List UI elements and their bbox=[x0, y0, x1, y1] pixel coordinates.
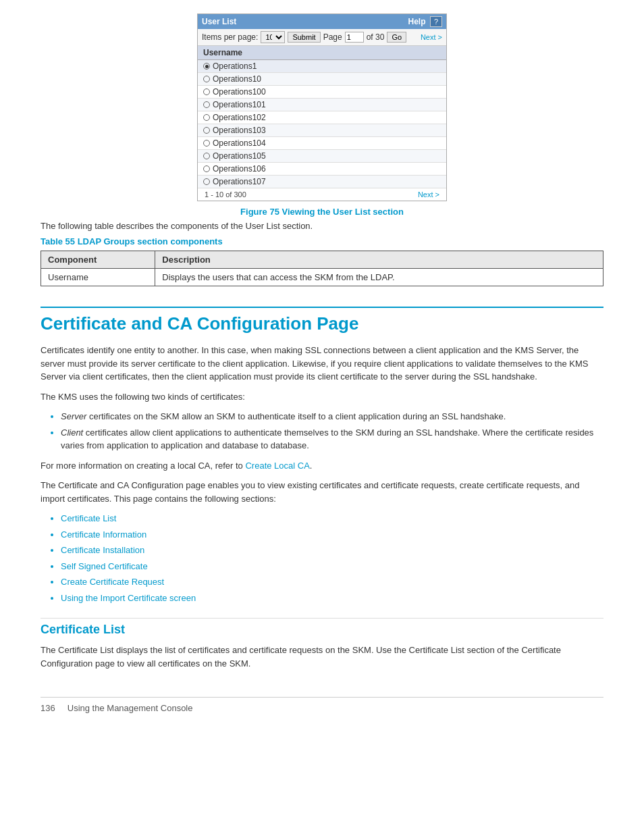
items-per-page-select[interactable]: 10 25 50 bbox=[261, 31, 285, 43]
section-link[interactable]: Certificate List bbox=[61, 513, 116, 523]
section-link[interactable]: Certificate Information bbox=[61, 529, 146, 540]
radio-icon[interactable] bbox=[203, 76, 210, 82]
section-links-list: Certificate ListCertificate InformationC… bbox=[61, 512, 603, 604]
help-area: Help ? bbox=[408, 16, 442, 27]
table-row[interactable]: Operations1 bbox=[198, 60, 446, 73]
page-input[interactable] bbox=[345, 32, 364, 43]
table-title: Table 55 LDAP Groups section components bbox=[41, 236, 603, 246]
section-link[interactable]: Using the Import Certificate screen bbox=[61, 593, 196, 603]
page-footer: 136 Using the Management Console bbox=[41, 697, 603, 713]
section-link[interactable]: Certificate Installation bbox=[61, 545, 144, 555]
list-item: Certificate Installation bbox=[61, 544, 603, 557]
user-list-widget: User List Help ? Items per page: 10 25 5… bbox=[197, 14, 447, 201]
intro-para-1: Certificates identify one entity to anot… bbox=[41, 344, 603, 384]
help-label: Help bbox=[408, 17, 426, 26]
radio-icon[interactable] bbox=[203, 153, 210, 159]
italic-text: Client bbox=[61, 427, 83, 438]
page-container: User List Help ? Items per page: 10 25 5… bbox=[0, 0, 644, 740]
list-item: Client certificates allow client applica… bbox=[61, 426, 603, 452]
col-description: Description bbox=[155, 251, 603, 269]
table-description: The following table describes the compon… bbox=[41, 221, 603, 231]
username-column-header: Username bbox=[198, 46, 446, 60]
local-ca-end: . bbox=[310, 461, 313, 471]
table-row[interactable]: Operations107 bbox=[198, 176, 446, 188]
table-row[interactable]: Operations105 bbox=[198, 150, 446, 163]
component-cell: Username bbox=[41, 269, 155, 286]
table-row[interactable]: Operations106 bbox=[198, 163, 446, 176]
list-item: Self Signed Certificate bbox=[61, 560, 603, 573]
help-button[interactable]: ? bbox=[430, 16, 442, 27]
radio-icon[interactable] bbox=[203, 140, 210, 147]
local-ca-text: For more information on creating a local… bbox=[41, 461, 245, 471]
section-heading-cert-list: Certificate List bbox=[41, 618, 603, 637]
footer-next-link[interactable]: Next > bbox=[418, 190, 439, 199]
main-heading: Certificate and CA Configuration Page bbox=[41, 307, 603, 334]
list-item: Certificate List bbox=[61, 512, 603, 525]
section-link[interactable]: Self Signed Certificate bbox=[61, 561, 148, 571]
section-desc: The Certificate List displays the list o… bbox=[41, 644, 603, 670]
radio-icon[interactable] bbox=[203, 88, 210, 95]
user-list-table: Username Operations1Operations10Operatio… bbox=[198, 46, 446, 188]
table-row[interactable]: Operations103 bbox=[198, 124, 446, 137]
radio-icon[interactable] bbox=[203, 114, 210, 121]
radio-icon[interactable] bbox=[203, 127, 210, 134]
user-list-title: User List bbox=[202, 17, 236, 26]
range-text: 1 - 10 of 300 bbox=[205, 190, 246, 199]
description-cell: Displays the users that can access the S… bbox=[155, 269, 603, 286]
footer-text: Using the Management Console bbox=[68, 703, 193, 713]
page-desc: The Certificate and CA Configuration pag… bbox=[41, 479, 603, 505]
radio-icon[interactable] bbox=[203, 101, 210, 108]
local-ca-link[interactable]: Create Local CA bbox=[245, 461, 309, 471]
component-table: Component Description UsernameDisplays t… bbox=[41, 251, 603, 286]
table-row[interactable]: Operations101 bbox=[198, 99, 446, 111]
figure-caption: Figure 75 Viewing the User List section bbox=[41, 207, 603, 217]
radio-icon[interactable] bbox=[203, 63, 210, 70]
local-ca-para: For more information on creating a local… bbox=[41, 459, 603, 473]
list-item: Server certificates on the SKM allow an … bbox=[61, 410, 603, 423]
user-list-toolbar: Items per page: 10 25 50 Submit Page of … bbox=[198, 29, 446, 46]
col-component: Component bbox=[41, 251, 155, 269]
list-item: Certificate Information bbox=[61, 528, 603, 542]
italic-text: Server bbox=[61, 411, 86, 421]
section-link[interactable]: Create Certificate Request bbox=[61, 577, 164, 587]
radio-icon[interactable] bbox=[203, 165, 210, 172]
next-link[interactable]: Next > bbox=[421, 33, 442, 41]
user-list-header: User List Help ? bbox=[198, 14, 446, 29]
table-row[interactable]: Operations102 bbox=[198, 111, 446, 124]
table-row[interactable]: Operations100 bbox=[198, 86, 446, 99]
go-button[interactable]: Go bbox=[387, 32, 406, 43]
user-list-footer: 1 - 10 of 300 Next > bbox=[198, 188, 446, 201]
list-item: Using the Import Certificate screen bbox=[61, 592, 603, 605]
page-label: Page bbox=[323, 32, 342, 42]
submit-button[interactable]: Submit bbox=[288, 32, 320, 43]
list-item: Create Certificate Request bbox=[61, 575, 603, 589]
cert-type-list: Server certificates on the SKM allow an … bbox=[61, 410, 603, 452]
intro-para-2: The KMS uses the following two kinds of … bbox=[41, 390, 603, 404]
of-label: of 30 bbox=[367, 32, 385, 42]
radio-icon[interactable] bbox=[203, 178, 210, 185]
table-row[interactable]: Operations104 bbox=[198, 137, 446, 150]
items-per-page-label: Items per page: bbox=[202, 32, 258, 42]
table-row[interactable]: Operations10 bbox=[198, 73, 446, 86]
page-number: 136 bbox=[41, 703, 55, 713]
